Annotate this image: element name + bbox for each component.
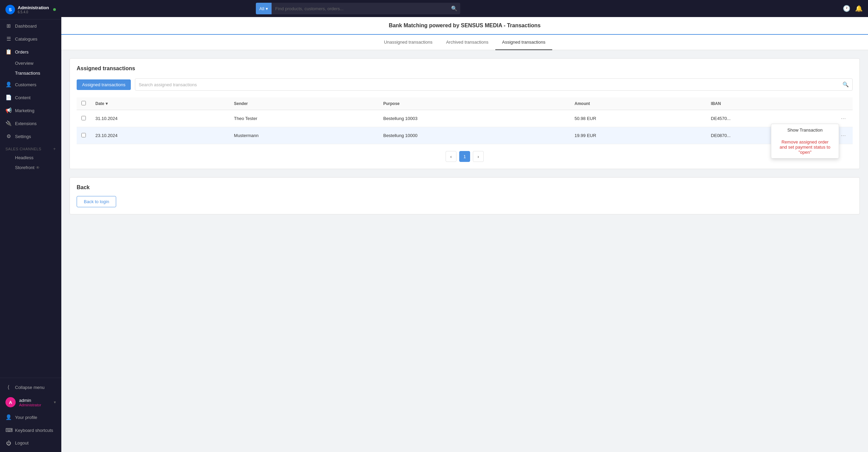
subitem-label: Overview bbox=[15, 61, 33, 66]
search-input[interactable] bbox=[275, 6, 445, 11]
header-date: Date ▾ bbox=[91, 97, 229, 110]
sidebar-item-catalogues[interactable]: ☰ Catalogues bbox=[0, 32, 61, 45]
page-header: Bank Matching powered by SENSUS MEDIA - … bbox=[61, 17, 868, 35]
cell-date: 31.10.2024 bbox=[91, 110, 229, 127]
row-actions-button[interactable]: ··· bbox=[839, 114, 848, 123]
user-section[interactable]: A admin Administrator ▾ bbox=[0, 394, 61, 411]
sidebar-item-label: Catalogues bbox=[15, 36, 37, 42]
page-1-button[interactable]: 1 bbox=[459, 151, 470, 162]
chevron-down-icon: ▾ bbox=[266, 6, 268, 11]
sidebar-bottom: ⟨ Collapse menu A admin Administrator ▾ … bbox=[0, 378, 61, 452]
sidebar-item-customers[interactable]: 👤 Customers bbox=[0, 78, 61, 91]
cell-sender: Theo Tester bbox=[229, 110, 378, 127]
tab-unassigned[interactable]: Unassigned transactions bbox=[377, 35, 439, 50]
table-row: 31.10.2024 Theo Tester Bestellung 10003 … bbox=[77, 110, 853, 127]
header-sender: Sender bbox=[229, 97, 378, 110]
user-role: Administrator bbox=[19, 403, 41, 407]
header-checkbox-cell bbox=[77, 97, 91, 110]
assigned-transactions-card: Assigned transactions Assigned transacti… bbox=[69, 58, 860, 169]
app-name: Administration bbox=[18, 5, 49, 11]
extensions-icon: 🔌 bbox=[5, 120, 12, 126]
user-info: admin Administrator bbox=[19, 398, 41, 407]
dashboard-icon: ⊞ bbox=[5, 23, 12, 29]
search-bar: All ▾ 🔍 bbox=[256, 3, 460, 14]
topbar-actions: 🕐 🔔 bbox=[843, 5, 863, 12]
sidebar-item-label: Marketing bbox=[15, 108, 34, 113]
prev-page-button[interactable]: ‹ bbox=[446, 151, 456, 162]
settings-icon: ⚙ bbox=[5, 133, 12, 139]
logout-icon: ⏻ bbox=[5, 440, 12, 446]
sidebar-subitem-transactions[interactable]: Transactions bbox=[0, 68, 61, 78]
cell-date: 23.10.2024 bbox=[91, 127, 229, 144]
sidebar-item-label: Extensions bbox=[15, 121, 37, 126]
select-all-checkbox[interactable] bbox=[81, 101, 86, 105]
filter-label: All bbox=[259, 6, 264, 11]
search-icon[interactable]: 🔍 bbox=[448, 5, 460, 12]
sidebar-item-label: Content bbox=[15, 95, 31, 100]
sidebar-item-label: Customers bbox=[15, 82, 36, 87]
sidebar-item-extensions[interactable]: 🔌 Extensions bbox=[0, 117, 61, 130]
sidebar-item-orders[interactable]: 📋 Orders bbox=[0, 45, 61, 58]
table-wrapper: Date ▾ Sender Purpose bbox=[77, 97, 853, 144]
cell-amount: 50.98 EUR bbox=[570, 110, 706, 127]
profile-label: Your profile bbox=[15, 415, 37, 420]
sidebar-item-dashboard[interactable]: ⊞ Dashboard bbox=[0, 19, 61, 32]
date-sort[interactable]: Date ▾ bbox=[95, 101, 224, 106]
avatar: A bbox=[5, 397, 16, 407]
context-menu-show-transaction[interactable]: Show Transaction bbox=[771, 124, 839, 136]
header-iban: IBAN bbox=[706, 97, 834, 110]
app-version: 6.5.4.0 bbox=[18, 10, 49, 14]
status-dot bbox=[53, 8, 56, 11]
sidebar-item-storefront[interactable]: Storefront 👁 bbox=[0, 163, 61, 172]
sidebar-item-logout[interactable]: ⏻ Logout bbox=[0, 437, 61, 449]
row-checkbox[interactable] bbox=[81, 133, 86, 137]
tab-archived[interactable]: Archived transactions bbox=[439, 35, 495, 50]
pagination: ‹ 1 › bbox=[77, 151, 853, 162]
bell-icon[interactable]: 🔔 bbox=[855, 5, 863, 12]
sales-channels-section: Sales Channels + bbox=[0, 143, 61, 153]
collapse-icon: ⟨ bbox=[5, 384, 12, 390]
profile-icon: 👤 bbox=[5, 414, 12, 420]
next-page-button[interactable]: › bbox=[473, 151, 484, 162]
sidebar-item-profile[interactable]: 👤 Your profile bbox=[0, 411, 61, 424]
context-menu: Show Transaction Remove assigned order a… bbox=[771, 124, 839, 159]
topbar: All ▾ 🔍 🕐 🔔 bbox=[61, 0, 868, 17]
sales-channels-add-icon[interactable]: + bbox=[53, 146, 56, 151]
sidebar: S Administration 6.5.4.0 ⊞ Dashboard ☰ C… bbox=[0, 0, 61, 452]
sort-icon: ▾ bbox=[106, 101, 108, 106]
assigned-transactions-filter-button[interactable]: Assigned transactions bbox=[77, 79, 131, 90]
content-icon: 📄 bbox=[5, 94, 12, 101]
context-menu-remove-assigned[interactable]: Remove assigned order and set payment st… bbox=[771, 136, 839, 158]
sidebar-item-keyboard-shortcuts[interactable]: ⌨ Keyboard shortcuts bbox=[0, 424, 61, 437]
collapse-menu-item[interactable]: ⟨ Collapse menu bbox=[0, 381, 61, 394]
content-area: Assigned transactions Assigned transacti… bbox=[61, 50, 868, 223]
sidebar-item-label: Settings bbox=[15, 134, 31, 139]
search-filter-dropdown[interactable]: All ▾ bbox=[256, 3, 272, 14]
page-content: Bank Matching powered by SENSUS MEDIA - … bbox=[61, 17, 868, 452]
back-to-login-button[interactable]: Back to login bbox=[77, 196, 116, 207]
sidebar-subitem-overview[interactable]: Overview bbox=[0, 58, 61, 68]
header-amount: Amount bbox=[570, 97, 706, 110]
table-search-icon[interactable]: 🔍 bbox=[842, 81, 849, 88]
row-checkbox-cell bbox=[77, 110, 91, 127]
actions-cell: ··· Show Transaction Remove assigned ord… bbox=[834, 127, 853, 144]
sidebar-item-content[interactable]: 📄 Content bbox=[0, 91, 61, 104]
clock-icon[interactable]: 🕐 bbox=[843, 5, 850, 12]
filter-row: Assigned transactions 🔍 bbox=[77, 78, 853, 91]
sidebar-item-settings[interactable]: ⚙ Settings bbox=[0, 130, 61, 143]
user-name: admin bbox=[19, 398, 41, 403]
sidebar-item-marketing[interactable]: 📢 Marketing bbox=[0, 104, 61, 117]
table-search-input[interactable] bbox=[139, 82, 842, 87]
table-search: 🔍 bbox=[135, 78, 853, 91]
card-title: Assigned transactions bbox=[77, 65, 853, 72]
customers-icon: 👤 bbox=[5, 81, 12, 88]
sidebar-item-headless[interactable]: Headless bbox=[0, 153, 61, 163]
subitem-label: Transactions bbox=[15, 71, 40, 76]
row-checkbox[interactable] bbox=[81, 116, 86, 120]
row-checkbox-cell bbox=[77, 127, 91, 144]
row-actions-button[interactable]: ··· bbox=[839, 131, 848, 140]
headless-label: Headless bbox=[15, 155, 33, 160]
tab-assigned[interactable]: Assigned transactions bbox=[495, 35, 552, 50]
app-logo: S Administration 6.5.4.0 bbox=[0, 0, 61, 19]
chevron-down-icon: ▾ bbox=[54, 400, 56, 405]
